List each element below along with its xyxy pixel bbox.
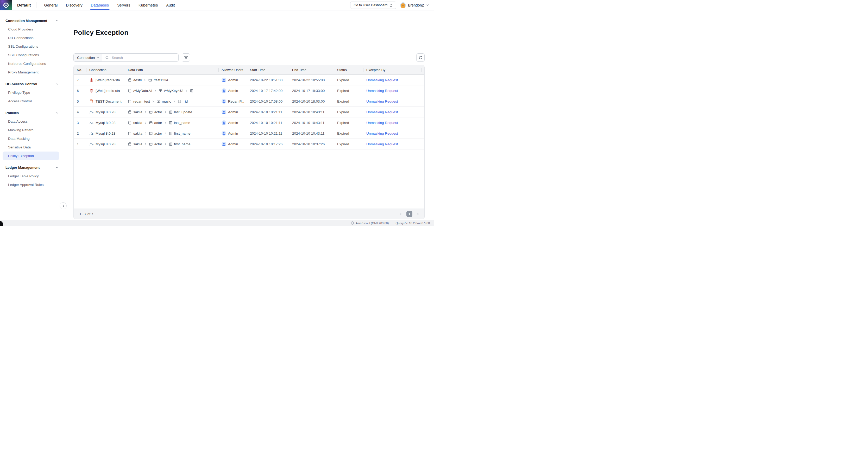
end-time-cell: 2024-10-10 10:43:11 (289, 110, 334, 114)
sidebar-nav: Connection ManagementCloud ProvidersDB C… (0, 10, 63, 220)
sidebar-collapse-button[interactable] (60, 202, 67, 209)
sidebar-item-access-control[interactable]: Access Control (3, 97, 59, 106)
tab-databases[interactable]: Databases (91, 0, 109, 10)
database-icon (128, 99, 132, 103)
sidebar-item-cloud-providers[interactable]: Cloud Providers (3, 25, 59, 34)
unmasking-request-link[interactable]: Unmasking Request (366, 142, 398, 146)
go-to-user-dashboard-label: Go to User Dashboard (353, 3, 388, 7)
chevron-down-icon (96, 56, 99, 59)
excepted-by-cell: Unmasking Request (363, 89, 424, 93)
sidebar-item-data-access[interactable]: Data Access (3, 117, 59, 126)
sidebar-item-proxy-management[interactable]: Proxy Management (3, 68, 59, 77)
topbar-right: Go to User Dashboard Brendon2 (350, 2, 434, 9)
table-row[interactable]: 2Mysql 8.0.28sakilaactorfirst_nameAdmin2… (74, 128, 424, 139)
path-segment: /^MyData.*/i (133, 89, 152, 93)
row-count: 1 - 7 of 7 (80, 212, 93, 216)
section-db-access-control[interactable]: DB Access Control (0, 80, 63, 88)
connection-cell: Mysql 8.0.28 (86, 131, 125, 135)
path-segment: last_update (174, 110, 192, 114)
status-cell: Expired (334, 89, 363, 93)
column-header-start-time: Start Time (247, 68, 289, 72)
search-input[interactable] (111, 56, 176, 60)
user-avatar-icon (222, 99, 226, 103)
sidebar-item-privilege-type[interactable]: Privilege Type (3, 88, 59, 97)
unmasking-request-link[interactable]: Unmasking Request (366, 89, 398, 93)
search-field-select[interactable]: Connection (74, 54, 102, 61)
status-cell: Expired (334, 110, 363, 114)
data-path-cell: regan_testmusic_id (125, 99, 218, 103)
table-row[interactable]: 1Mysql 8.0.28sakilaactorfirst_nameAdmin2… (74, 139, 424, 149)
section-ledger-management[interactable]: Ledger Management (0, 163, 63, 172)
sidebar-item-ssh-configurations[interactable]: SSH Configurations (3, 51, 59, 59)
table-row[interactable]: 5TEST Documentregan_testmusic_idRegan P.… (74, 96, 424, 107)
tab-kubernetes[interactable]: Kubernetes (138, 0, 158, 10)
sidebar-item-ssl-configurations[interactable]: SSL Configurations (3, 42, 59, 51)
sidebar-item-kerberos-configurations[interactable]: Kerberos Configurations (3, 59, 59, 68)
excepted-by-cell: Unmasking Request (363, 78, 424, 82)
breadcrumb-chevron-icon (144, 143, 147, 146)
breadcrumb-chevron-icon (144, 132, 147, 135)
table-row[interactable]: 6[Wein] redis-sta/^MyData.*/i/^MyKey.*$/… (74, 85, 424, 96)
table-row[interactable]: 7[Wein] redis-sta/test/i/test123/iAdmin2… (74, 75, 424, 85)
search-icon (105, 56, 109, 60)
tab-audit[interactable]: Audit (166, 0, 175, 10)
table-row[interactable]: 3Mysql 8.0.28sakilaactorlast_nameAdmin20… (74, 117, 424, 128)
start-time-cell: 2024-10-17 17:42:00 (247, 89, 289, 93)
path-segment: first_name (174, 142, 191, 146)
tab-discovery[interactable]: Discovery (66, 0, 83, 10)
connection-cell: Mysql 8.0.28 (86, 121, 125, 125)
account-menu[interactable]: Brendon2 (400, 2, 429, 8)
allowed-user-name: Admin (228, 89, 238, 93)
sidebar-item-policy-exception[interactable]: Policy Exception (3, 152, 59, 160)
row-number-cell: 5 (74, 99, 86, 103)
tab-servers[interactable]: Servers (117, 0, 130, 10)
sidebar-item-data-masking[interactable]: Data Masking (3, 134, 59, 143)
policy-exception-table: No.ConnectionData PathAllowed UsersStart… (73, 65, 425, 219)
column-icon (169, 142, 173, 146)
page-1-button[interactable]: 1 (406, 211, 412, 217)
tab-general[interactable]: General (44, 0, 58, 10)
unmasking-request-link[interactable]: Unmasking Request (366, 121, 398, 125)
column-header-end-time: End Time (289, 68, 334, 72)
refresh-button[interactable] (416, 53, 425, 62)
section-policies[interactable]: Policies (0, 108, 63, 117)
unmasking-request-link[interactable]: Unmasking Request (366, 78, 398, 82)
timezone: Asia/Seoul (GMT+09:00) (351, 221, 389, 225)
chevron-up-icon (55, 19, 59, 22)
breadcrumb-chevron-icon (173, 100, 176, 103)
data-path-cell: /^MyData.*/i/^MyKey.*$/i (125, 89, 218, 93)
connection-name: Mysql 8.0.28 (96, 110, 116, 114)
workspace-name[interactable]: Default (17, 3, 31, 7)
search-box (102, 54, 178, 61)
table-body: 7[Wein] redis-sta/test/i/test123/iAdmin2… (74, 75, 424, 149)
sidebar-item-db-connections[interactable]: DB Connections (3, 34, 59, 42)
table-icon (148, 78, 152, 82)
status-cell: Expired (334, 99, 363, 103)
table-row[interactable]: 4Mysql 8.0.28sakilaactorlast_updateAdmin… (74, 107, 424, 117)
user-avatar-icon (222, 142, 226, 146)
username: Brendon2 (408, 3, 424, 7)
unmasking-request-link[interactable]: Unmasking Request (366, 110, 398, 114)
start-time-cell: 2024-10-22 10:51:00 (247, 78, 289, 82)
path-segment: sakila (133, 131, 143, 135)
section-connection-management[interactable]: Connection Management (0, 16, 63, 25)
unmasking-request-link[interactable]: Unmasking Request (366, 131, 398, 135)
sidebar-item-ledger-table-policy[interactable]: Ledger Table Policy (3, 172, 59, 180)
prev-page-button[interactable] (398, 211, 404, 217)
unmasking-request-link[interactable]: Unmasking Request (366, 99, 398, 103)
go-to-user-dashboard-button[interactable]: Go to User Dashboard (350, 2, 396, 9)
breadcrumb-chevron-icon (144, 121, 147, 124)
app-logo[interactable] (0, 0, 12, 10)
sidebar-item-sensitive-data[interactable]: Sensitive Data (3, 143, 59, 152)
data-path-cell: sakilaactorlast_update (125, 110, 218, 114)
end-time-cell: 2024-10-10 10:43:11 (289, 131, 334, 135)
user-avatar-icon (222, 78, 226, 82)
table-icon (149, 131, 153, 135)
sidebar-item-masking-pattern[interactable]: Masking Pattern (3, 126, 59, 134)
main-content: Policy Exception Connection No.Connectio… (63, 10, 434, 220)
sidebar-item-ledger-approval-rules[interactable]: Ledger Approval Rules (3, 180, 59, 189)
filter-button[interactable] (182, 53, 190, 62)
next-page-button[interactable] (415, 211, 421, 217)
table-icon (156, 99, 160, 103)
filter-row: Connection (73, 53, 425, 62)
